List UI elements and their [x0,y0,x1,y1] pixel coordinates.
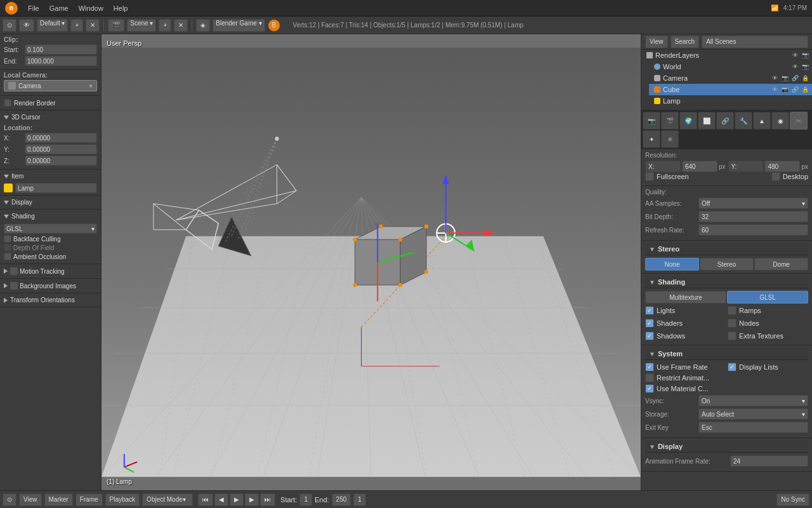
backface-culling-check[interactable]: Backface Culling [4,235,97,243]
bottom-view-btn[interactable]: View [19,493,42,506]
current-frame-input[interactable]: 1 [353,493,366,506]
start-frame-input[interactable]: 1 [299,493,312,506]
stereo-stereo-btn[interactable]: Stereo [700,258,754,271]
skip-end-btn[interactable]: ⏭ [260,493,275,506]
ramps-checkbox[interactable] [728,306,737,315]
layout-select[interactable]: Default ▾ [37,19,68,32]
refresh-value[interactable]: 60 [698,224,808,236]
desktop-checkbox[interactable] [771,172,780,181]
outliner-lamp[interactable]: Lamp [649,95,812,107]
system-header[interactable]: ▼ System [645,348,808,360]
render-border-checkbox[interactable] [4,99,11,107]
glsl-btn[interactable]: GLSL [727,291,808,304]
marker-btn[interactable]: Marker [44,493,73,506]
add-layout-btn[interactable]: + [70,19,83,32]
cube-extra-icon[interactable]: 🔗 [790,85,799,94]
stereo-none-btn[interactable]: None [645,258,699,271]
display-lists-checkbox[interactable] [728,363,737,371]
close-layout-btn[interactable]: ✕ [86,19,100,32]
storage-value[interactable]: Auto Select ▾ [698,408,808,420]
shaders-checkbox[interactable] [645,319,654,328]
display-header[interactable]: Display [4,197,97,207]
outliner-view-btn[interactable]: View [645,36,668,48]
stereo-dome-btn[interactable]: Dome [754,258,808,271]
extra-textures-checkbox[interactable] [728,331,737,340]
background-images-header[interactable]: Background Images [4,281,97,291]
cube-render-icon[interactable]: 📷 [780,85,789,94]
sync-btn[interactable]: No Sync [776,493,809,506]
camera-close-btn[interactable]: × [89,83,93,90]
res-x-value[interactable]: 640 [682,161,717,172]
cursor-header[interactable]: 3D Cursor [4,112,97,122]
anim-frame-rate-value[interactable]: 24 [730,455,808,467]
tab-material[interactable]: ◉ [771,112,789,130]
tab-particles[interactable]: ✦ [643,130,660,148]
cube-lock-icon[interactable]: 🔒 [801,85,809,94]
item-header[interactable]: Item [4,171,97,181]
menu-file[interactable]: File [23,3,44,13]
camera-render-icon[interactable]: 📷 [780,74,789,83]
tab-render[interactable]: 📷 [643,112,660,130]
tab-scene[interactable]: 🎬 [661,112,679,130]
cursor-y-value[interactable]: 0.00000 [25,144,97,154]
clip-start-value[interactable]: 0.100 [25,44,97,55]
tab-object[interactable]: ⬜ [698,112,716,130]
motion-tracking-header[interactable]: Motion Tracking [4,266,97,276]
bit-value[interactable]: 32 [698,211,808,222]
exit-key-value[interactable]: Esc [698,422,808,433]
camera-extra-icon[interactable]: 🔗 [790,74,799,83]
viewport-3d[interactable]: User Persp [102,34,641,490]
mode-icon[interactable]: ⊙ [3,19,16,32]
scene-icon[interactable]: 🎬 [108,19,124,32]
cube-eye-icon[interactable]: 👁 [770,85,779,94]
display-section-header[interactable]: ▼ Display [645,441,808,453]
tab-data[interactable]: ▲ [753,112,771,130]
menu-help[interactable]: Help [108,3,133,13]
menu-game[interactable]: Game [44,3,74,13]
next-frame-btn[interactable]: ▶ [245,493,259,506]
camera-eye-icon[interactable]: 👁 [770,74,779,83]
outliner-render-layers[interactable]: RenderLayers 👁 📷 [641,50,812,61]
close-scene-btn[interactable]: ✕ [174,19,188,32]
skip-start-btn[interactable]: ⏮ [198,493,213,506]
outliner-search-btn[interactable]: Search [671,36,700,48]
shading-header-left[interactable]: Shading [4,211,97,221]
view-dropdown[interactable]: 👁 [19,19,34,32]
eye-icon[interactable]: 👁 [790,51,799,60]
restrict-anim-checkbox[interactable] [645,373,654,382]
outliner-cube[interactable]: Cube 👁 📷 🔗 🔒 [649,84,812,95]
shading-header[interactable]: ▼ Shading [645,276,808,288]
menu-window[interactable]: Window [74,3,108,13]
frame-btn[interactable]: Frame [75,493,103,506]
lights-checkbox[interactable] [645,306,654,315]
render-icon[interactable]: 📷 [801,51,809,60]
anim-mode-select[interactable]: Object Mode ▾ [142,493,193,506]
stereo-header[interactable]: ▼ Stereo [645,243,808,255]
engine-select[interactable]: Blender Game ▾ [213,19,265,32]
cursor-z-value[interactable]: 0.00000 [25,156,97,166]
multitexture-btn[interactable]: Multitexture [645,291,726,304]
end-frame-input[interactable]: 250 [332,493,351,506]
camera-lock-icon[interactable]: 🔒 [801,74,809,83]
prev-frame-btn[interactable]: ◀ [214,493,228,506]
shadows-checkbox[interactable] [645,331,654,340]
depth-of-field-check[interactable]: Depth Of Field [4,244,97,251]
fullscreen-checkbox[interactable] [645,172,654,181]
transform-header[interactable]: Transform Orientations [4,295,97,305]
scene-select[interactable]: Scene ▾ [127,19,156,32]
world-render-icon[interactable]: 📷 [801,62,809,71]
engine-icon[interactable]: ◈ [196,19,210,32]
bottom-mode-icon[interactable]: ⊙ [3,493,16,506]
outliner-scenes-btn[interactable]: All Scenes [702,36,808,48]
outliner-camera[interactable]: Camera 👁 📷 🔗 🔒 [649,72,812,84]
ambient-occlusion-check[interactable]: Ambient Occlusion [4,253,97,260]
world-eye-icon[interactable]: 👁 [790,62,799,71]
use-frame-rate-checkbox[interactable] [645,363,654,371]
tab-game[interactable]: 🎮 [790,112,808,130]
res-y-value[interactable]: 480 [764,161,800,172]
outliner-world[interactable]: World 👁 📷 [649,61,812,72]
tab-modifiers[interactable]: 🔧 [735,112,752,130]
tab-physics[interactable]: ⚛ [661,130,679,148]
cursor-x-value[interactable]: 0.00000 [25,133,97,143]
use-material-checkbox[interactable] [645,384,654,393]
